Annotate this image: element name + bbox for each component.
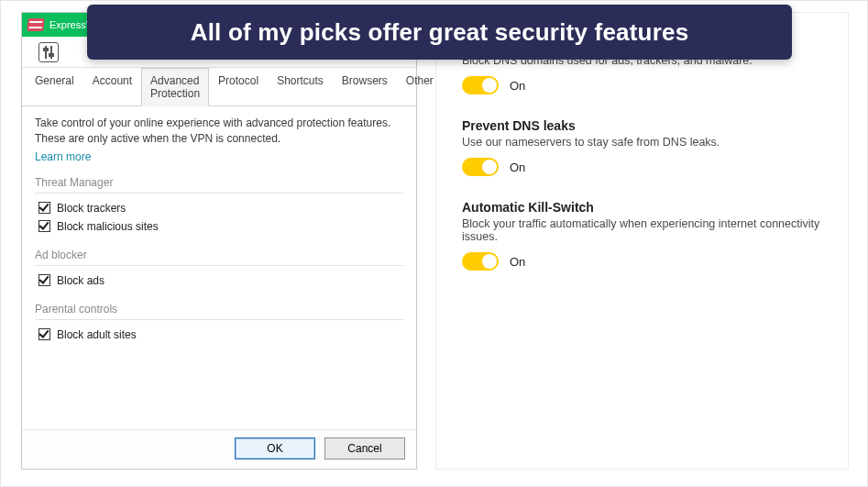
panel-body: Take control of your online experience w…: [22, 106, 416, 429]
toggle-row: On: [462, 252, 822, 271]
tab-account[interactable]: Account: [83, 68, 141, 105]
dialog-buttons: OK Cancel: [22, 429, 416, 469]
group-title: Parental controls: [35, 303, 403, 320]
setting-kill-switch: Automatic Kill-Switch Block your traffic…: [462, 200, 822, 271]
toggle-switch[interactable]: [462, 76, 499, 94]
app-logo-icon: [27, 18, 44, 31]
tabs: General Account Advanced Protection Prot…: [22, 68, 416, 106]
cancel-button[interactable]: Cancel: [324, 437, 405, 459]
option-block-ads[interactable]: Block ads: [35, 271, 403, 290]
tab-shortcuts[interactable]: Shortcuts: [268, 68, 333, 105]
learn-more-link[interactable]: Learn more: [35, 150, 91, 163]
sliders-icon[interactable]: [38, 42, 59, 62]
group-ad-blocker: Ad blocker Block ads: [35, 249, 403, 290]
ok-button[interactable]: OK: [235, 437, 315, 459]
toggle-state: On: [510, 255, 525, 269]
setting-title: Prevent DNS leaks: [462, 118, 822, 133]
option-label: Block ads: [57, 274, 104, 287]
checkbox-icon[interactable]: [38, 328, 50, 340]
group-parental-controls: Parental controls Block adult sites: [35, 303, 403, 344]
option-block-adult-sites[interactable]: Block adult sites: [35, 326, 403, 344]
toggle-switch[interactable]: [462, 158, 499, 176]
tab-general[interactable]: General: [26, 68, 83, 105]
checkbox-icon[interactable]: [38, 220, 50, 232]
tab-protocol[interactable]: Protocol: [209, 68, 268, 105]
intro-text: Take control of your online experience w…: [35, 116, 403, 147]
toggle-row: On: [462, 158, 822, 176]
headline-text: All of my picks offer great security fea…: [191, 18, 689, 47]
toggle-state: On: [510, 160, 525, 174]
option-label: Block trackers: [57, 202, 126, 215]
option-block-malicious-sites[interactable]: Block malicious sites: [35, 217, 403, 236]
setting-desc: Block your traffic automatically when ex…: [462, 217, 822, 243]
group-threat-manager: Threat Manager Block trackers Block mali…: [35, 176, 403, 236]
toggle-switch[interactable]: [462, 252, 499, 271]
setting-title: Automatic Kill-Switch: [462, 200, 822, 215]
tab-advanced-protection[interactable]: Advanced Protection: [141, 68, 209, 106]
group-title: Ad blocker: [35, 249, 403, 266]
toggle-state: On: [510, 79, 525, 93]
checkbox-icon[interactable]: [38, 202, 50, 214]
option-label: Block malicious sites: [57, 220, 159, 233]
toggle-row: On: [462, 76, 822, 94]
setting-desc: Use our nameservers to stay safe from DN…: [462, 136, 822, 149]
option-label: Block adult sites: [57, 328, 137, 341]
group-title: Threat Manager: [35, 176, 403, 194]
checkbox-icon[interactable]: [38, 274, 50, 286]
option-block-trackers[interactable]: Block trackers: [35, 199, 403, 217]
setting-prevent-dns-leaks: Prevent DNS leaks Use our nameservers to…: [462, 118, 822, 176]
settings-panel: Block content Block DNS domains used for…: [435, 12, 849, 470]
tab-browsers[interactable]: Browsers: [333, 68, 397, 105]
options-window: ExpressV General Account Advanced Protec…: [21, 12, 417, 470]
headline-banner: All of my picks offer great security fea…: [87, 5, 792, 60]
